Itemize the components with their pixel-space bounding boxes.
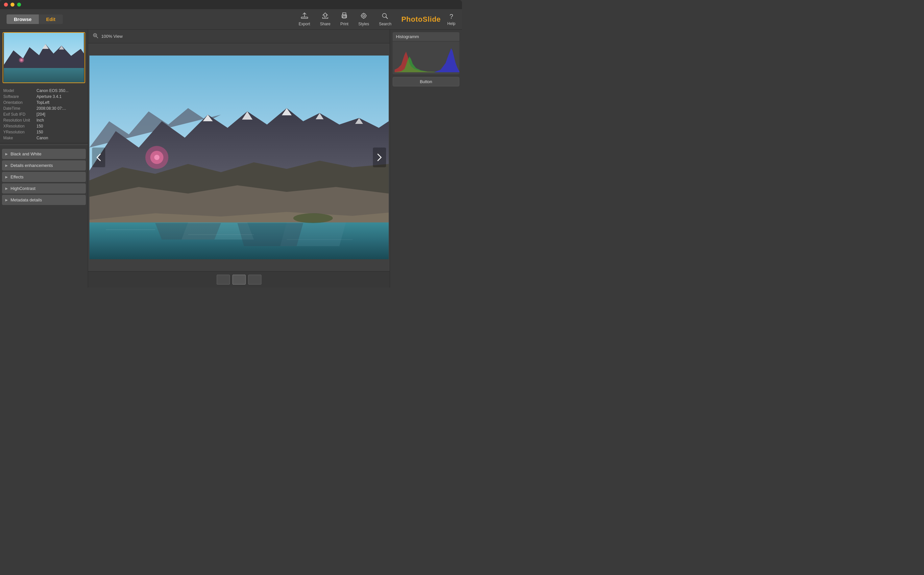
meta-label-yres: YResolution	[3, 130, 35, 134]
meta-row-software: Software Aperture 3.4.1	[3, 94, 84, 100]
panel-item-effects[interactable]: ▶ Effects	[2, 172, 86, 182]
share-icon	[322, 13, 329, 21]
meta-label-model: Model	[3, 88, 35, 93]
panel-item-bw[interactable]: ▶ Black and White	[2, 149, 86, 159]
search-icon	[381, 13, 389, 21]
meta-row-datetime: DateTime 2008:08:30 07:...	[3, 105, 84, 111]
print-button[interactable]: Print	[340, 13, 349, 26]
main-photo	[89, 56, 389, 259]
button-widget[interactable]: Button	[393, 77, 459, 86]
prev-arrow-button[interactable]	[92, 148, 105, 167]
svg-point-5	[346, 16, 346, 16]
panel-arrow-bw: ▶	[5, 152, 8, 156]
title-bar	[0, 0, 462, 9]
app-title: PhotoSlide	[401, 15, 441, 24]
thumbnail-wrapper[interactable]	[3, 32, 85, 83]
meta-value-yres: 150	[37, 130, 43, 134]
meta-value-datetime: 2008:08:30 07:...	[37, 106, 66, 111]
histogram-widget: Histogramm	[393, 32, 459, 74]
meta-row-exif: Exif Sub IFD [204]	[3, 111, 84, 117]
help-label: Help	[447, 21, 456, 26]
histogram-chart	[393, 41, 459, 74]
meta-value-model: Canon EOS 350...	[37, 88, 69, 93]
meta-value-resunit: Inch	[37, 118, 44, 122]
sidebar: Model Canon EOS 350... Software Aperture…	[0, 30, 88, 288]
photo-viewport	[88, 43, 390, 271]
zoom-icon	[93, 33, 99, 40]
svg-point-48	[293, 213, 333, 223]
panel-arrow-effects: ▶	[5, 175, 8, 179]
meta-row-model: Model Canon EOS 350...	[3, 88, 84, 94]
view-zoom-label: 100% View	[101, 34, 123, 39]
meta-value-software: Aperture 3.4.1	[37, 94, 62, 99]
minimize-button[interactable]	[11, 3, 14, 6]
export-icon	[301, 13, 308, 21]
svg-line-13	[386, 17, 388, 19]
print-icon	[341, 13, 348, 21]
svg-line-23	[96, 37, 98, 38]
center-area: 100% View	[88, 30, 390, 288]
meta-label-orientation: Orientation	[3, 100, 35, 105]
meta-label-xres: XResolution	[3, 124, 35, 129]
meta-label-resunit: Resolution Unit	[3, 118, 35, 122]
svg-marker-35	[89, 185, 389, 220]
styles-icon	[360, 13, 367, 21]
close-button[interactable]	[4, 3, 8, 6]
metadata-area: Model Canon EOS 350... Software Aperture…	[0, 86, 88, 143]
right-panel: Histogramm Button	[390, 30, 462, 288]
panel-item-details[interactable]: ▶ Details enhancements	[2, 160, 86, 170]
help-button[interactable]: ? Help	[447, 13, 456, 26]
panel-arrow-highcontrast: ▶	[5, 187, 8, 190]
export-button[interactable]: Export	[299, 13, 310, 26]
filmstrip-thumb-2[interactable]	[233, 275, 245, 284]
svg-rect-0	[301, 17, 308, 18]
filmstrip-thumb-1[interactable]	[217, 275, 230, 284]
meta-value-make: Canon	[37, 136, 48, 140]
svg-point-12	[382, 13, 386, 17]
svg-point-21	[20, 59, 23, 62]
filmstrip-thumb-3[interactable]	[248, 275, 261, 284]
meta-label-datetime: DateTime	[3, 106, 35, 111]
svg-rect-19	[4, 68, 84, 83]
panel-label-bw: Black and White	[11, 151, 41, 156]
meta-label-software: Software	[3, 94, 35, 99]
export-label: Export	[299, 22, 310, 26]
thumbnail-area	[0, 30, 88, 86]
svg-marker-40	[155, 223, 221, 240]
print-label: Print	[340, 22, 349, 26]
share-button[interactable]: Share	[320, 13, 330, 26]
search-button[interactable]: Search	[379, 13, 391, 26]
panel-label-metadata: Metadata details	[11, 197, 42, 202]
meta-row-orientation: Orientation TopLeft	[3, 100, 84, 105]
panel-label-highcontrast: HighContrast	[11, 186, 35, 191]
styles-button[interactable]: Styles	[358, 13, 369, 26]
panel-label-details: Details enhancements	[11, 163, 53, 168]
main-layout: Model Canon EOS 350... Software Aperture…	[0, 30, 462, 288]
histogram-title: Histogramm	[393, 32, 459, 41]
panel-arrow-details: ▶	[5, 164, 8, 167]
view-header: 100% View	[88, 30, 390, 43]
meta-value-xres: 150	[37, 124, 43, 129]
edit-button[interactable]: Edit	[39, 14, 62, 24]
nav-buttons: Browse Edit	[6, 14, 63, 24]
panel-item-metadata[interactable]: ▶ Metadata details	[2, 195, 86, 205]
search-label: Search	[379, 22, 391, 26]
browse-button[interactable]: Browse	[6, 14, 39, 24]
meta-label-exif: Exif Sub IFD	[3, 112, 35, 117]
meta-row-xres: XResolution 150	[3, 123, 84, 129]
panel-label-effects: Effects	[11, 175, 24, 179]
styles-label: Styles	[358, 22, 369, 26]
svg-point-7	[363, 15, 365, 17]
help-icon: ?	[449, 13, 453, 21]
panel-item-highcontrast[interactable]: ▶ HighContrast	[2, 183, 86, 194]
maximize-button[interactable]	[17, 3, 21, 6]
panel-list: ▶ Black and White ▶ Details enhancements…	[0, 146, 88, 208]
photo-container	[89, 56, 389, 259]
meta-row-make: Make Canon	[3, 135, 84, 141]
meta-row-resunit: Resolution Unit Inch	[3, 117, 84, 123]
svg-point-6	[362, 13, 366, 18]
toolbar-actions: Export Share Print	[299, 13, 391, 26]
next-arrow-button[interactable]	[373, 148, 386, 167]
panel-arrow-metadata: ▶	[5, 198, 8, 202]
share-label: Share	[320, 22, 330, 26]
